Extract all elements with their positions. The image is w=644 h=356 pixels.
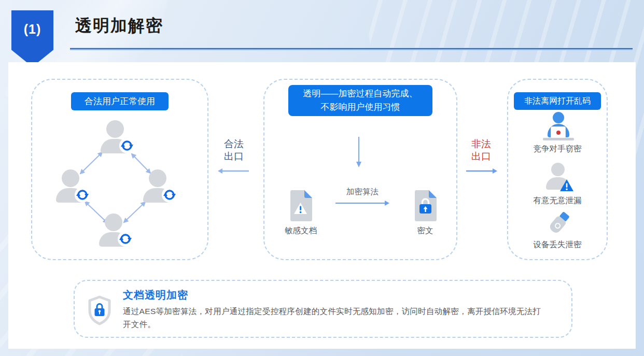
legal-exit-text: 出口 — [217, 150, 250, 163]
shield-lock-icon — [87, 295, 112, 325]
sync-icon — [118, 231, 133, 247]
sync-icon — [162, 187, 177, 203]
sync-icon — [119, 138, 135, 153]
illegal-exit-text: 非法 — [465, 138, 498, 150]
encrypt-arrow-icon — [335, 200, 389, 206]
summary-box: 文档透明加密 通过AES等加密算法，对用户通过指定受控程序创建的文件实时无感知加… — [74, 280, 572, 338]
ciphertext-doc-caption: 密文 — [402, 225, 449, 236]
user-icon — [99, 213, 128, 247]
user-icon — [101, 120, 130, 153]
user-head — [105, 213, 122, 231]
transparent-encryption-label: 透明——加密过程自动完成、 不影响用户使用习惯 — [288, 85, 432, 116]
summary-description: 通过AES等加密算法，对用户通过指定受控程序创建的文件实时无感知加密，访问时自动… — [123, 305, 545, 331]
user-icon — [56, 169, 85, 203]
illegal-open-box: 非法离网打开乱码 竞争对手窃密 有意无意泄漏 设备丢失泄密 — [507, 79, 608, 260]
illegal-exit-flow: 非法 出口 — [465, 138, 498, 177]
legal-exit-text: 合法 — [217, 138, 250, 150]
sync-icon — [75, 187, 90, 203]
label-line-1: 透明——加密过程自动完成、 — [296, 87, 425, 101]
warning-triangle-icon — [560, 179, 573, 191]
desk — [543, 138, 574, 140]
illegal-exit-arrow-icon — [465, 167, 497, 175]
user-head — [106, 120, 124, 138]
user-warning-icon — [544, 163, 571, 191]
threat-caption: 竞争对手窃密 — [516, 144, 599, 154]
title-underline — [70, 48, 633, 50]
transparent-encryption-box: 透明——加密过程自动完成、 不影响用户使用习惯 敏感文档 加密算法 密文 — [263, 79, 457, 260]
hacker-laptop-icon — [543, 112, 574, 141]
user-head — [149, 169, 166, 187]
legal-exit-flow: 合法 出口 — [217, 138, 250, 177]
malware-dot — [556, 131, 561, 135]
user-head — [551, 163, 565, 176]
legal-exit-arrow-icon — [218, 167, 250, 175]
encrypt-process-label: 加密算法 — [335, 187, 389, 197]
section-number: (1) — [11, 10, 53, 37]
legal-use-box: 合法用户正常使用 — [31, 79, 208, 260]
sensitive-doc-caption: 敏感文档 — [285, 225, 317, 236]
sensitive-doc-icon — [289, 190, 312, 221]
label-line-2: 不影响用户使用习惯 — [296, 101, 425, 114]
page-title: 透明加解密 — [75, 15, 163, 37]
user-head — [62, 169, 79, 187]
ciphertext-doc-icon — [413, 190, 437, 221]
illegal-exit-text: 出口 — [465, 150, 498, 163]
hacker-head — [553, 112, 564, 123]
summary-title: 文档透明加密 — [123, 288, 188, 302]
illegal-open-label: 非法离网打开乱码 — [514, 92, 601, 110]
down-arrow-icon — [356, 137, 362, 168]
user-icon — [143, 169, 172, 203]
threat-caption: 设备丢失泄密 — [516, 239, 599, 250]
usb-drive-icon — [544, 210, 573, 239]
